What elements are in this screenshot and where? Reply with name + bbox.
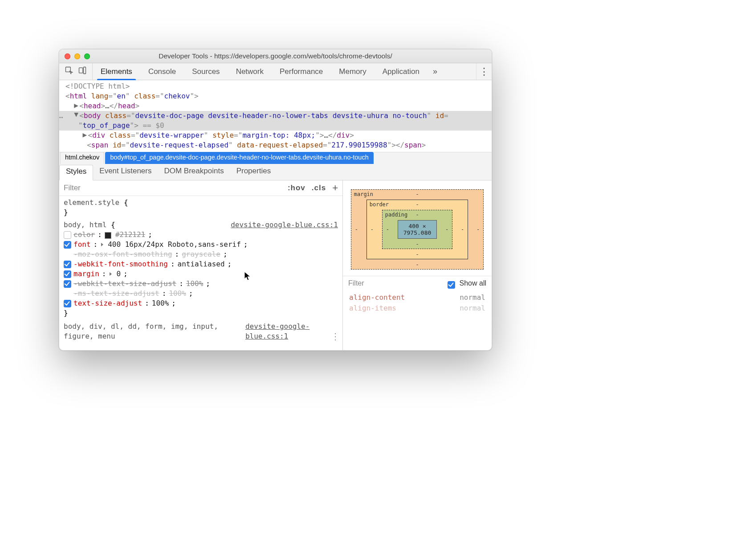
dom-tree[interactable]: <!DOCTYPE html> <html lang="en" class="c… — [59, 80, 492, 152]
prop-margin[interactable]: margin: 0; — [64, 269, 338, 279]
dom-div-wrapper[interactable]: ▶<div class="devsite-wrapper" style="mar… — [65, 131, 489, 140]
prop-color[interactable]: color: #212121; — [64, 230, 338, 240]
box-model-content: 400 × 7975.080 — [398, 220, 437, 239]
computed-properties-list[interactable]: align-content normal align-items normal — [343, 290, 492, 315]
styles-filter-input[interactable]: Filter — [64, 184, 281, 192]
box-model[interactable]: margin ---- border ---- padding ---- 400… — [343, 180, 492, 276]
tab-elements[interactable]: Elements — [93, 63, 140, 80]
breadcrumb-html[interactable]: html.chekov — [60, 152, 104, 164]
color-swatch-icon[interactable] — [105, 232, 111, 239]
source-link[interactable]: devsite-google-blue.css:1 — [231, 220, 338, 230]
toggle-prop-checkbox[interactable] — [64, 300, 71, 307]
style-rules: element.style { } body, html { devsite-g… — [59, 196, 342, 343]
toggle-cls-button[interactable]: .cls — [312, 184, 326, 192]
styles-computed-split: Filter :hov .cls + element.style { } bod… — [59, 180, 492, 351]
tab-memory[interactable]: Memory — [331, 63, 374, 80]
computed-pane: margin ---- border ---- padding ---- 400… — [343, 180, 492, 351]
titlebar[interactable]: Developer Tools - https://developers.goo… — [59, 49, 492, 63]
prop-webkit-tsa[interactable]: -webkit-text-size-adjust: 100%; — [64, 279, 338, 289]
tab-console[interactable]: Console — [140, 63, 184, 80]
device-toolbar-icon[interactable] — [78, 66, 87, 77]
prop-tsa[interactable]: text-size-adjust: 100%; — [64, 298, 338, 308]
toggle-hov-button[interactable]: :hov — [288, 184, 305, 192]
subtab-dom-breakpoints[interactable]: DOM Breakpoints — [158, 164, 230, 180]
svg-rect-2 — [84, 67, 86, 74]
toggle-prop-checkbox[interactable] — [64, 280, 71, 288]
toggle-prop-checkbox[interactable] — [64, 261, 71, 268]
toggle-prop-checkbox[interactable] — [64, 270, 71, 278]
expand-icon[interactable]: ▶ — [74, 101, 79, 110]
dom-head[interactable]: ▶<head>…</head> — [65, 101, 489, 111]
breadcrumb: html.chekov body#top_of_page.devsite-doc… — [59, 152, 492, 164]
rule-body-div-etc[interactable]: body, div, dl, dd, form, img, input, fig… — [64, 322, 338, 341]
inspect-element-icon[interactable] — [65, 66, 73, 77]
tab-application[interactable]: Application — [375, 63, 428, 80]
tab-network[interactable]: Network — [228, 63, 272, 80]
subtab-properties[interactable]: Properties — [230, 164, 277, 180]
source-link[interactable]: devsite-google-blue.css:1 — [245, 322, 338, 341]
devtools-window: Developer Tools - https://developers.goo… — [59, 49, 492, 351]
styles-filter-bar: Filter :hov .cls + — [59, 180, 342, 196]
collapse-icon[interactable]: ▶ — [72, 113, 81, 118]
computed-filter-input[interactable]: Filter — [348, 279, 443, 287]
rule-element-style[interactable]: element.style { } — [64, 198, 338, 217]
tab-performance[interactable]: Performance — [272, 63, 331, 80]
sidebar-tabs: Styles Event Listeners DOM Breakpoints P… — [59, 164, 492, 180]
styles-pane: Filter :hov .cls + element.style { } bod… — [59, 180, 343, 351]
dom-body-selected[interactable]: ▶<body class="devsite-doc-page devsite-h… — [59, 111, 492, 131]
expand-shorthand-icon[interactable] — [110, 272, 112, 276]
new-style-rule-button[interactable]: + — [332, 186, 338, 190]
show-all-checkbox[interactable] — [448, 281, 455, 289]
svg-rect-1 — [79, 68, 83, 73]
computed-row[interactable]: align-content normal — [349, 292, 485, 303]
tab-sources[interactable]: Sources — [184, 63, 228, 80]
prop-webkit-smoothing[interactable]: -webkit-font-smoothing: antialiased; — [64, 259, 338, 269]
prop-moz-smoothing[interactable]: -moz-osx-font-smoothing: grayscale; — [64, 249, 338, 259]
dom-html-open[interactable]: <html lang="en" class="chekov"> — [65, 91, 489, 101]
computed-row[interactable]: align-items normal — [349, 303, 485, 314]
more-tabs-button[interactable]: » — [428, 63, 443, 80]
show-all-label: Show all — [460, 279, 486, 287]
main-tabs: Elements Console Sources Network Perform… — [93, 63, 428, 80]
main-toolbar: Elements Console Sources Network Perform… — [59, 63, 492, 80]
subtab-styles[interactable]: Styles — [59, 165, 93, 180]
breadcrumb-body[interactable]: body#top_of_page.devsite-doc-page.devsit… — [105, 152, 373, 164]
toggle-prop-checkbox[interactable] — [64, 231, 71, 239]
prop-font[interactable]: font: 400 16px/24px Roboto,sans-serif; — [64, 240, 338, 249]
expand-icon[interactable]: ▶ — [83, 130, 88, 140]
dom-span-elapsed[interactable]: <span id="devsite-request-elapsed" data-… — [65, 140, 489, 150]
dom-doctype[interactable]: <!DOCTYPE html> — [65, 82, 489, 91]
settings-menu-button[interactable]: ⋮ — [476, 63, 492, 80]
rule-body-html[interactable]: body, html { devsite-google-blue.css:1 c… — [64, 220, 338, 318]
window-title: Developer Tools - https://developers.goo… — [59, 52, 492, 60]
rule-menu-button[interactable]: ⋮ — [331, 331, 340, 341]
minimize-window-button[interactable] — [74, 53, 80, 59]
traffic-lights — [65, 53, 90, 59]
computed-filter-bar: Filter Show all — [343, 276, 492, 290]
subtab-event-listeners[interactable]: Event Listeners — [93, 164, 158, 180]
expand-shorthand-icon[interactable] — [101, 243, 103, 246]
zoom-window-button[interactable] — [84, 53, 90, 59]
prop-ms-tsa[interactable]: -ms-text-size-adjust: 100%; — [64, 289, 338, 298]
close-window-button[interactable] — [65, 53, 70, 59]
toggle-prop-checkbox[interactable] — [64, 241, 71, 249]
